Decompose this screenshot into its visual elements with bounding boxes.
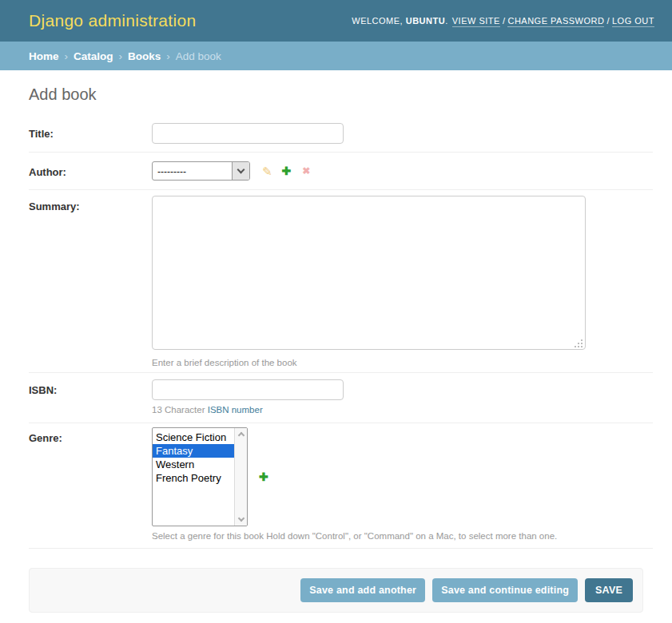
breadcrumb-books[interactable]: Books [128,50,161,62]
breadcrumb-home[interactable]: Home [29,50,59,62]
link-separator: / [503,16,506,26]
form-row-genre: Genre: Science Fiction Fantasy Western F… [29,423,653,549]
page-title: Add book [29,85,653,104]
view-site-link[interactable]: VIEW SITE [452,16,500,27]
add-author-icon[interactable]: ✚ [282,165,292,177]
genre-field: Science Fiction Fantasy Western French P… [152,427,653,541]
welcome-text: WELCOME, UBUNTU. [352,16,447,26]
add-genre-icon[interactable]: ✚ [259,471,268,482]
breadcrumb: Home › Catalog › Books › Add book [0,42,672,70]
change-password-link[interactable]: CHANGE PASSWORD [507,16,604,27]
isbn-field: 13 Character ISBN number [152,379,653,415]
header: Django administration WELCOME, UBUNTU.VI… [0,0,672,42]
save-add-another-button[interactable]: Save and add another [300,578,425,602]
genre-option-science-fiction[interactable]: Science Fiction [153,431,234,444]
add-book-form: Title: Author: --------- ✎ ✚ ✖ Summary: [29,117,653,549]
breadcrumb-separator: › [119,50,123,62]
save-continue-editing-button[interactable]: Save and continue editing [432,578,578,602]
breadcrumb-current: Add book [176,50,221,62]
isbn-help-prefix: 13 Character [152,405,205,415]
author-label: Author: [29,161,152,178]
genre-label: Genre: [29,427,152,444]
summary-textarea[interactable] [152,196,586,350]
genre-option-western[interactable]: Western [153,458,234,471]
edit-author-icon[interactable]: ✎ [262,165,272,177]
site-title-link[interactable]: Django administration [29,11,196,30]
chevron-down-icon [232,162,249,180]
scroll-down-icon[interactable] [237,515,244,522]
welcome-suffix: . [445,16,448,26]
link-separator: / [606,16,610,26]
welcome-prefix: WELCOME, [352,16,403,26]
scroll-up-icon[interactable] [237,432,244,438]
genre-option-fantasy[interactable]: Fantasy [153,444,234,458]
save-button[interactable]: SAVE [585,578,633,602]
genre-options: Science Fiction Fantasy Western French P… [153,428,234,526]
summary-help-text: Enter a brief description of the book [152,358,653,367]
delete-author-icon[interactable]: ✖ [302,166,310,176]
logout-link[interactable]: LOG OUT [612,16,654,27]
title-input[interactable] [152,123,344,144]
site-branding: Django administration [29,11,196,30]
author-select-value: --------- [153,162,232,180]
username: UBUNTU [406,16,445,26]
breadcrumb-separator: › [166,50,170,62]
breadcrumb-catalog[interactable]: Catalog [74,50,113,62]
form-row-author: Author: --------- ✎ ✚ ✖ [29,153,653,190]
scrollbar[interactable] [234,428,247,526]
form-row-isbn: ISBN: 13 Character ISBN number [29,373,653,423]
isbn-number-link[interactable]: ISBN number [208,405,263,415]
user-tools: WELCOME, UBUNTU.VIEW SITE/CHANGE PASSWOR… [352,16,654,26]
isbn-help-text: 13 Character ISBN number [152,405,653,415]
form-row-title: Title: [29,117,653,153]
title-field [152,123,653,144]
submit-row: Save and add another Save and continue e… [29,568,643,613]
isbn-input[interactable] [152,379,344,400]
isbn-label: ISBN: [29,379,152,396]
content: Add book Title: Author: --------- ✎ ✚ ✖ … [0,85,672,613]
genre-multiselect[interactable]: Science Fiction Fantasy Western French P… [152,427,248,526]
summary-label: Summary: [29,196,152,212]
title-label: Title: [29,123,152,140]
summary-field: Enter a brief description of the book [152,196,653,367]
resize-grip-icon[interactable] [575,339,583,347]
form-row-summary: Summary: Enter a brief description of th… [29,190,653,373]
genre-option-french-poetry[interactable]: French Poetry [153,471,234,485]
genre-help-text: Select a genre for this book Hold down "… [152,531,653,541]
breadcrumb-separator: › [65,50,69,62]
author-field: --------- ✎ ✚ ✖ [152,161,653,181]
author-select[interactable]: --------- [152,161,250,181]
